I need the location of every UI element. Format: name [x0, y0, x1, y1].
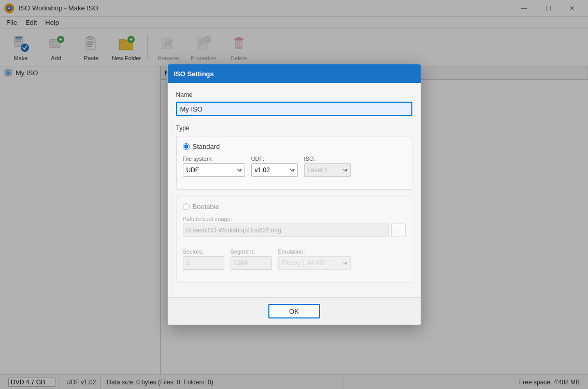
boot-path-input[interactable] [183, 224, 389, 237]
dialog-title-bar: ISO Settings [168, 64, 421, 83]
standard-section: Standard File system: UDF ISO 9660 ISO 9… [176, 136, 412, 190]
iso-settings-dialog: ISO Settings Name Type Standard File sys… [167, 64, 421, 325]
emulation-select[interactable]: Floppy 1.44 MB No Emulation Hard Disk [278, 256, 351, 270]
dialog-title: ISO Settings [174, 70, 214, 78]
filesystem-select[interactable]: UDF ISO 9660 ISO 9660 + UDF [183, 163, 245, 177]
udf-field: UDF: v1.02 v1.00 v2.00 v2.01 [251, 156, 298, 177]
bootable-label[interactable]: Bootable [193, 203, 219, 211]
standard-radio[interactable] [183, 143, 190, 150]
boot-options-row: Sectors: Segment: Emulation: Floppy 1.44… [183, 248, 406, 270]
modal-overlay: ISO Settings Name Type Standard File sys… [0, 0, 588, 389]
bootable-radio[interactable] [183, 203, 190, 210]
fs-row: File system: UDF ISO 9660 ISO 9660 + UDF… [183, 156, 406, 177]
sectors-label: Sectors: [183, 248, 224, 255]
filesystem-field: File system: UDF ISO 9660 ISO 9660 + UDF [183, 156, 245, 177]
ok-button[interactable]: OK [268, 304, 320, 318]
bootable-radio-row: Bootable [183, 203, 406, 211]
bootable-section: Bootable Path to boot image: ... Sectors… [176, 196, 412, 283]
browse-button[interactable]: ... [391, 224, 406, 237]
emulation-label: Emulation: [278, 248, 351, 255]
standard-radio-row: Standard [183, 143, 406, 150]
name-input[interactable] [176, 102, 412, 116]
boot-path-field: Path to boot image: ... [183, 216, 406, 243]
emulation-field: Emulation: Floppy 1.44 MB No Emulation H… [278, 248, 351, 270]
dialog-body: Name Type Standard File system: UDF [168, 83, 421, 297]
dialog-footer: OK [168, 297, 421, 325]
standard-label[interactable]: Standard [193, 143, 220, 150]
udf-label: UDF: [251, 156, 298, 162]
udf-select[interactable]: v1.02 v1.00 v2.00 v2.01 [251, 163, 298, 177]
iso-level-select[interactable]: Level 1 Level 2 Level 3 [304, 163, 351, 177]
iso-level-label: ISO: [304, 156, 351, 162]
segment-field: Segment: [231, 248, 272, 270]
name-section-label: Name [176, 91, 412, 99]
boot-path-label: Path to boot image: [183, 216, 406, 222]
iso-level-field: ISO: Level 1 Level 2 Level 3 [304, 156, 351, 177]
segment-label: Segment: [231, 248, 272, 255]
sectors-field: Sectors: [183, 248, 224, 270]
filesystem-label: File system: [183, 156, 245, 162]
type-label: Type [176, 124, 412, 132]
segment-input[interactable] [231, 256, 272, 270]
boot-path-row: ... [183, 224, 406, 237]
sectors-input[interactable] [183, 256, 224, 270]
